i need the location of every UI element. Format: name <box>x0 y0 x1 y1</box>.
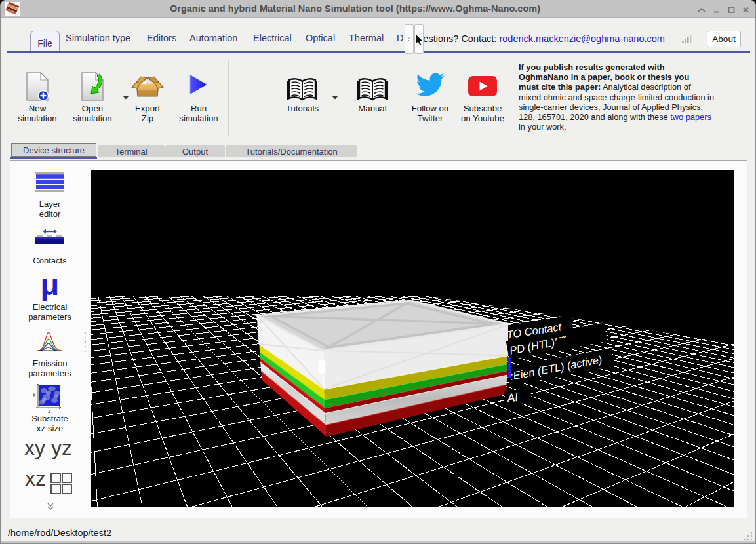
svg-text:z: z <box>48 408 51 413</box>
svg-text:x: x <box>33 391 36 398</box>
